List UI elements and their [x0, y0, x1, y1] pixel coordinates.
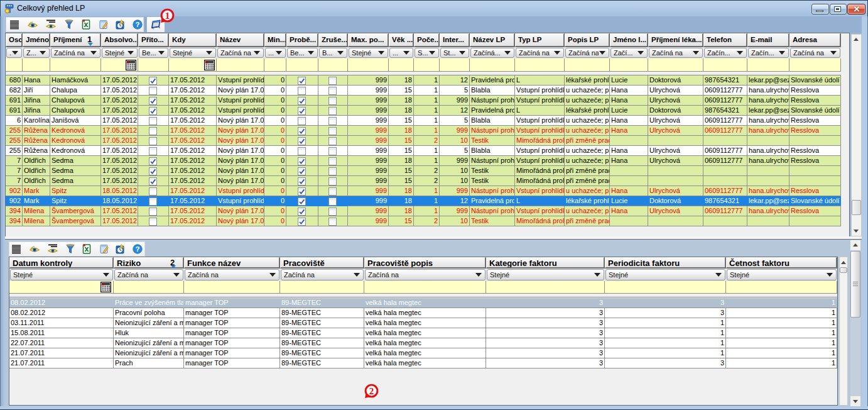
- svg-text:?: ?: [135, 245, 139, 253]
- svg-text:1: 1: [165, 11, 170, 21]
- svg-text:?: ?: [135, 21, 139, 28]
- svg-text:2: 2: [369, 386, 374, 396]
